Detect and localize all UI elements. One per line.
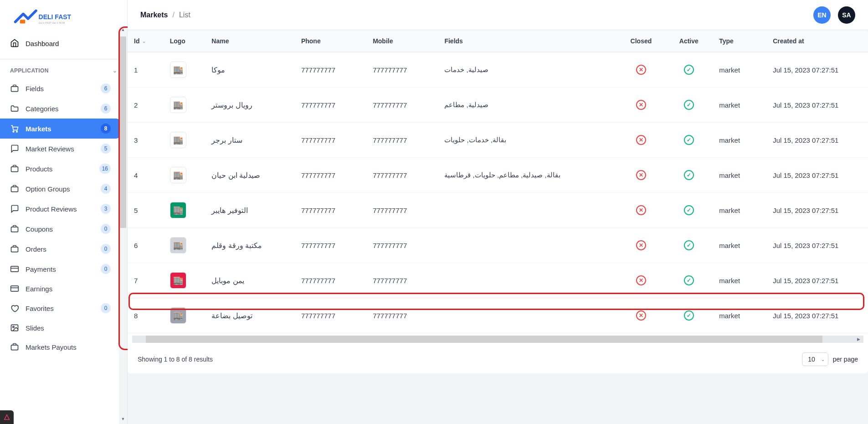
cell-created: Jul 15, 2023 07:27:51 <box>766 158 868 193</box>
box-icon <box>10 342 19 352</box>
market-logo-icon: 🏬 <box>170 307 186 324</box>
scroll-thumb[interactable] <box>146 336 822 343</box>
table-row[interactable]: 7🏬يمن موبايل777777777777777777✕✓marketJu… <box>128 263 868 298</box>
closed-false-icon: ✕ <box>636 275 646 285</box>
box-icon <box>10 164 19 173</box>
sidebar-item-label: Option Groups <box>26 185 94 193</box>
cell-id: 4 <box>128 158 164 193</box>
col-logo[interactable]: Logo <box>164 30 205 52</box>
sidebar-item-slides[interactable]: Slides <box>0 318 121 337</box>
breadcrumb-main[interactable]: Markets <box>140 11 168 19</box>
col-id[interactable]: Id ⌄ <box>128 30 164 52</box>
table-row[interactable]: 2🏬رويال بروستر777777777777777777صيدلية, … <box>128 88 868 123</box>
cell-phone: 777777777 <box>295 298 366 333</box>
cell-mobile: 777777777 <box>366 158 438 193</box>
results-summary: Showing 1 to 8 of 8 results <box>138 356 797 363</box>
cell-created: Jul 15, 2023 07:27:51 <box>766 263 868 298</box>
cell-name: ستار برجر <box>205 123 295 158</box>
table-footer: Showing 1 to 8 of 8 results 10 ⌄ per pag… <box>128 345 868 373</box>
sidebar-item-categories[interactable]: Categories6 <box>0 98 121 119</box>
closed-false-icon: ✕ <box>636 205 646 215</box>
box-icon <box>10 244 19 253</box>
cell-mobile: 777777777 <box>366 52 438 88</box>
table-row[interactable]: 8🏬توصيل بضاعة777777777777777777✕✓marketJ… <box>128 298 868 333</box>
table-horizontal-scrollbar[interactable]: ◀ ▶ <box>128 333 868 345</box>
scroll-up-icon[interactable]: ▲ <box>119 27 127 35</box>
sidebar-item-badge: 0 <box>101 303 111 313</box>
active-true-icon: ✓ <box>684 240 694 250</box>
col-mobile[interactable]: Mobile <box>366 30 438 52</box>
sidebar-item-market-reviews[interactable]: Market Reviews5 <box>0 139 121 159</box>
sidebar-item-product-reviews[interactable]: Product Reviews3 <box>0 199 121 219</box>
table-row[interactable]: 4🏬صيدلية ابن حيان777777777777777777بقالة… <box>128 158 868 193</box>
sidebar-item-option-groups[interactable]: Option Groups4 <box>0 179 121 199</box>
sidebar-item-payments[interactable]: Payments0 <box>0 259 121 279</box>
cell-closed: ✕ <box>617 263 665 298</box>
table-row[interactable]: 6🏬مكتبة ورقة وقلم777777777777777777✕✓mar… <box>128 228 868 263</box>
box-icon <box>10 224 19 233</box>
chat-icon <box>10 144 19 153</box>
col-name[interactable]: Name <box>205 30 295 52</box>
cell-created: Jul 15, 2023 07:27:51 <box>766 52 868 88</box>
sidebar-item-markets-payouts[interactable]: Markets Payouts <box>0 337 121 357</box>
sidebar-item-fields[interactable]: Fields6 <box>0 78 121 98</box>
sidebar-item-favorites[interactable]: Favorites0 <box>0 298 121 318</box>
svg-text:Get it FAST Get it NOW: Get it FAST Get it NOW <box>39 22 65 24</box>
brand-logo[interactable]: DELI FAST Get it FAST Get it NOW <box>0 0 127 32</box>
cart-icon <box>10 124 19 133</box>
col-created[interactable]: Created at <box>766 30 868 52</box>
sidebar-item-label: Markets <box>26 125 94 133</box>
cell-active: ✓ <box>665 193 713 228</box>
cell-name: التوفير هايبر <box>205 193 295 228</box>
folder-icon <box>10 104 19 113</box>
sidebar-item-label: Fields <box>26 85 94 93</box>
sidebar-item-orders[interactable]: Orders0 <box>0 239 121 259</box>
cell-fields <box>438 193 617 228</box>
debug-badge-icon[interactable] <box>0 410 14 424</box>
language-switcher[interactable]: EN <box>813 6 831 24</box>
scroll-right-icon[interactable]: ▶ <box>854 333 863 345</box>
cell-created: Jul 15, 2023 07:27:51 <box>766 228 868 263</box>
scroll-down-icon[interactable]: ▼ <box>119 417 127 424</box>
cell-active: ✓ <box>665 228 713 263</box>
markets-table: Id ⌄ Logo Name Phone Mobile Fields Close… <box>128 30 868 373</box>
svg-rect-10 <box>11 286 19 291</box>
cell-type: market <box>713 263 766 298</box>
cell-phone: 777777777 <box>295 193 366 228</box>
sidebar-item-products[interactable]: Products16 <box>0 159 121 179</box>
table-row[interactable]: 5🏬التوفير هايبر777777777777777777✕✓marke… <box>128 193 868 228</box>
cell-created: Jul 15, 2023 07:27:51 <box>766 298 868 333</box>
cell-fields: بقالة, صيدلية, مطاعم, حلويات, قرطاسية <box>438 158 617 193</box>
col-active[interactable]: Active <box>665 30 713 52</box>
sidebar-item-dashboard[interactable]: Dashboard <box>0 32 127 55</box>
cell-type: market <box>713 193 766 228</box>
active-true-icon: ✓ <box>684 135 694 145</box>
sidebar-item-earnings[interactable]: Earnings <box>0 279 121 298</box>
col-phone[interactable]: Phone <box>295 30 366 52</box>
col-closed[interactable]: Closed <box>617 30 665 52</box>
cell-logo: 🏬 <box>164 193 205 228</box>
avatar[interactable]: SA <box>838 6 855 24</box>
sidebar-scrollbar[interactable]: ▲ ▼ <box>119 27 127 424</box>
sidebar-item-badge: 6 <box>101 103 111 114</box>
chat-icon <box>10 204 19 213</box>
per-page-select[interactable]: 10 <box>802 352 828 366</box>
cell-logo: 🏬 <box>164 158 205 193</box>
table-row[interactable]: 3🏬ستار برجر777777777777777777بقالة, خدما… <box>128 123 868 158</box>
col-type[interactable]: Type <box>713 30 766 52</box>
cell-phone: 777777777 <box>295 263 366 298</box>
svg-rect-2 <box>11 87 18 92</box>
sort-icon: ⌄ <box>142 39 146 44</box>
sidebar-item-coupons[interactable]: Coupons0 <box>0 219 121 239</box>
sidebar-item-markets[interactable]: Markets8 <box>0 119 121 139</box>
scroll-thumb[interactable] <box>120 36 126 228</box>
sidebar-item-badge: 0 <box>101 264 111 274</box>
col-fields[interactable]: Fields <box>438 30 617 52</box>
sidebar-section-application[interactable]: APPLICATION ⌄ <box>0 63 127 78</box>
cell-logo: 🏬 <box>164 123 205 158</box>
table-row[interactable]: 1🏬موكا777777777777777777صيدلية, خدمات✕✓m… <box>128 52 868 88</box>
sidebar-item-label: Slides <box>26 324 111 332</box>
sidebar-item-label: Markets Payouts <box>26 343 111 351</box>
cell-id: 5 <box>128 193 164 228</box>
cell-closed: ✕ <box>617 228 665 263</box>
